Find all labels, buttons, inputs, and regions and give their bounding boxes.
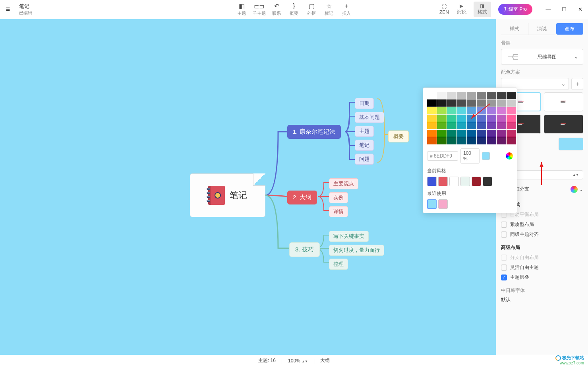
style-color-swatch[interactable] (460, 177, 470, 186)
style-color-swatch[interactable] (472, 177, 481, 186)
recent-color-swatch[interactable] (438, 199, 448, 209)
color-swatch[interactable] (507, 107, 516, 114)
color-swatch[interactable] (437, 99, 447, 107)
color-swatch[interactable] (427, 122, 437, 129)
mindmap-canvas[interactable]: 笔记 1. 康奈尔笔记法 2. 大纲 3. 技巧 日期 基本问题 主题 笔记 问… (0, 19, 496, 355)
leaf-topic[interactable]: 写下关键事实 (329, 231, 369, 242)
color-swatch[interactable] (467, 115, 476, 122)
color-swatch[interactable] (497, 130, 506, 137)
color-swatch[interactable] (457, 107, 466, 114)
toolbar-present[interactable]: ▶演说 (453, 3, 470, 16)
toolbar-insert[interactable]: ＋插入 (338, 1, 355, 18)
chevron-down-icon[interactable]: ⌄ (579, 187, 583, 192)
color-swatch[interactable] (487, 115, 496, 122)
color-swatch[interactable] (427, 99, 437, 107)
background-color-swatch[interactable] (559, 138, 583, 150)
root-topic[interactable]: 笔记 (190, 173, 265, 217)
color-swatch[interactable] (427, 92, 437, 99)
leaf-topic[interactable]: 详情 (329, 206, 348, 217)
color-swatch[interactable] (487, 99, 496, 107)
style-color-swatch[interactable] (427, 177, 437, 186)
leaf-topic[interactable]: 整理 (329, 259, 348, 270)
color-swatch[interactable] (477, 99, 486, 107)
color-swatch[interactable] (447, 137, 456, 144)
upgrade-pro-button[interactable]: 升级至 Pro (498, 4, 532, 15)
toolbar-boundary[interactable]: ▢外框 (303, 1, 320, 18)
leaf-topic[interactable]: 主要观点 (329, 178, 358, 189)
hamburger-menu[interactable]: ≡ (0, 5, 16, 14)
color-swatch[interactable] (437, 137, 447, 144)
color-swatch[interactable] (507, 137, 516, 144)
color-swatch[interactable] (497, 137, 506, 144)
toolbar-zen[interactable]: ⛶ZEN (435, 4, 453, 15)
window-close[interactable]: ✕ (572, 4, 588, 16)
color-swatch[interactable] (487, 92, 496, 99)
color-swatch[interactable] (467, 130, 476, 137)
align-sibling-checkbox[interactable]: 同级主题对齐 (501, 231, 583, 238)
color-swatch[interactable] (497, 99, 506, 107)
color-swatch[interactable] (437, 115, 447, 122)
color-swatch[interactable] (457, 137, 466, 144)
color-swatch[interactable] (507, 122, 516, 129)
color-wheel-icon[interactable] (506, 152, 513, 160)
leaf-topic[interactable]: 基本问题 (355, 112, 384, 123)
color-swatch[interactable] (467, 122, 476, 129)
color-swatch[interactable] (497, 92, 506, 99)
recent-color-swatch[interactable] (427, 199, 437, 209)
color-swatch[interactable] (427, 115, 437, 122)
tab-present[interactable]: 演说 (528, 23, 556, 35)
color-swatch[interactable] (467, 137, 476, 144)
hex-input[interactable]: # 8EDDF9 (427, 151, 458, 161)
style-color-swatch[interactable] (438, 177, 448, 186)
color-swatch[interactable] (507, 115, 516, 122)
toolbar-marker[interactable]: ☆标记 (320, 1, 338, 18)
opacity-input[interactable]: 100 % (460, 148, 480, 164)
summary-topic[interactable]: 概要 (388, 130, 409, 142)
window-maximize[interactable]: ☐ (556, 4, 572, 16)
color-swatch[interactable] (447, 107, 456, 114)
color-swatch[interactable] (487, 107, 496, 114)
color-swatch[interactable] (487, 137, 496, 144)
window-minimize[interactable]: — (540, 4, 556, 16)
color-swatch[interactable] (457, 130, 466, 137)
free-topic-checkbox[interactable]: 灵活自由主题 (501, 264, 583, 271)
color-swatch[interactable] (497, 122, 506, 129)
color-swatch[interactable] (497, 115, 506, 122)
color-swatch[interactable] (447, 130, 456, 137)
leaf-topic[interactable]: 笔记 (355, 140, 374, 151)
color-swatch[interactable] (457, 122, 466, 129)
color-swatch[interactable] (477, 137, 486, 144)
color-swatch[interactable] (437, 122, 447, 129)
color-swatch[interactable] (437, 130, 447, 137)
theme-preset[interactable] (544, 92, 584, 111)
color-swatch[interactable] (467, 107, 476, 114)
color-swatch[interactable] (497, 107, 506, 114)
color-swatch[interactable] (457, 99, 466, 107)
color-swatch[interactable] (477, 130, 486, 137)
branch-topic-1[interactable]: 1. 康奈尔笔记法 (287, 125, 341, 139)
leaf-topic[interactable]: 切勿过度，量力而行 (329, 245, 384, 256)
color-swatch[interactable] (477, 107, 486, 114)
color-swatch[interactable] (477, 115, 486, 122)
color-swatch[interactable] (477, 122, 486, 129)
color-swatch[interactable] (477, 92, 486, 99)
leaf-topic[interactable]: 实例 (329, 192, 348, 203)
color-swatch[interactable] (447, 99, 456, 107)
toolbar-topic[interactable]: ◧主题 (233, 1, 250, 18)
add-color-scheme-button[interactable]: ＋ (571, 78, 583, 90)
skeleton-select[interactable]: 思维导图 ⌄ (501, 49, 583, 65)
leaf-topic[interactable]: 日期 (355, 98, 374, 109)
style-color-swatch[interactable] (449, 177, 459, 186)
theme-preset[interactable] (544, 115, 584, 134)
compact-layout-checkbox[interactable]: 紧凑型布局 (501, 221, 583, 228)
color-swatch[interactable] (437, 107, 447, 114)
color-swatch[interactable] (507, 130, 516, 137)
toolbar-subtopic[interactable]: ⊏⊐子主题 (250, 1, 268, 18)
zoom-level[interactable]: 100% ▲▼ (288, 358, 308, 364)
leaf-topic[interactable]: 问题 (355, 154, 374, 165)
color-swatch[interactable] (507, 99, 516, 107)
tab-style[interactable]: 样式 (501, 23, 528, 35)
color-swatch[interactable] (467, 99, 476, 107)
toolbar-summary[interactable]: }概要 (285, 1, 303, 18)
color-swatch[interactable] (467, 92, 476, 99)
